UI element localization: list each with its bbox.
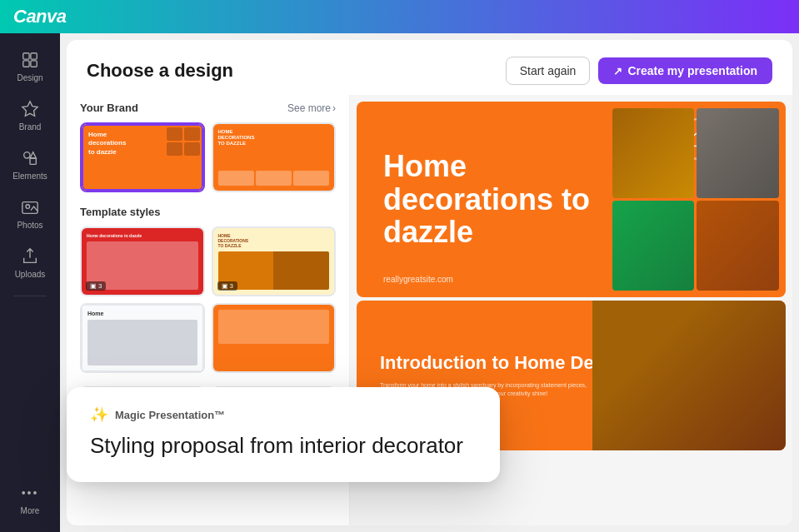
sidebar-item-uploads[interactable]: Uploads xyxy=(5,240,55,286)
template-styles-title: Template styles xyxy=(80,206,161,218)
magic-card-header: ✨ Magic Presentation™ xyxy=(90,405,477,424)
see-more-link[interactable]: See more › xyxy=(287,102,336,114)
svg-rect-0 xyxy=(23,53,29,59)
svg-rect-2 xyxy=(23,61,29,67)
sidebar-item-photos[interactable]: Photos xyxy=(5,191,55,236)
sidebar-item-brand[interactable]: Brand xyxy=(5,92,55,138)
sidebar-label-more: More xyxy=(21,506,40,515)
sidebar-label-elements: Elements xyxy=(12,172,47,181)
template-card-style-1[interactable]: Home decorations to dazzle ▣ 3 xyxy=(80,226,205,296)
sidebar-label-design: Design xyxy=(17,73,42,82)
sidebar: Design Brand Elements Photos xyxy=(0,33,60,532)
preview-sofa-image xyxy=(592,301,786,450)
preview-img-grid xyxy=(606,102,786,297)
sidebar-divider xyxy=(13,296,47,296)
sidebar-label-brand: Brand xyxy=(19,122,42,132)
brand-icon xyxy=(20,99,40,119)
start-again-button[interactable]: Start again xyxy=(506,57,591,85)
preview-site-url: reallygreatsite.com xyxy=(383,275,453,284)
template-styles-header: Template styles xyxy=(80,206,336,218)
slide-count-badge-2: ▣ 3 xyxy=(217,281,237,291)
template-card-brand-2[interactable]: HOMEDECORATIONSTO DAZZLE xyxy=(212,122,337,192)
design-icon xyxy=(20,50,40,70)
sidebar-item-elements[interactable]: Elements xyxy=(5,142,55,187)
svg-rect-3 xyxy=(31,61,37,67)
template-card-style-2[interactable]: HOMEDECORATIONSTO DAZZLE ▣ 3 xyxy=(212,226,337,296)
svg-rect-6 xyxy=(30,158,36,164)
your-brand-title: Your Brand xyxy=(80,102,138,114)
preview-slide-main: Home decorations to dazzle reallygreatsi… xyxy=(357,102,786,297)
svg-rect-1 xyxy=(31,53,37,59)
top-bar: Canva xyxy=(0,0,799,33)
photos-icon xyxy=(20,197,40,217)
panel-title: Choose a design xyxy=(87,60,233,82)
sidebar-item-design[interactable]: Design xyxy=(5,43,55,89)
header-actions: Start again ↗ Create my presentation xyxy=(506,57,772,85)
svg-point-8 xyxy=(26,205,30,209)
external-link-icon: ↗ xyxy=(613,65,622,77)
template-card-brand-1[interactable]: Homedecorationsto dazzle xyxy=(80,122,205,192)
uploads-icon xyxy=(20,246,40,266)
slide-count-badge-1: ▣ 3 xyxy=(86,281,106,291)
your-brand-grid: Homedecorationsto dazzle HOMEDECORATION xyxy=(80,122,336,192)
canva-logo: Canva xyxy=(13,6,67,27)
svg-marker-4 xyxy=(22,102,37,116)
elements-icon xyxy=(20,148,40,168)
magic-text: Styling proposal from interior decorator xyxy=(90,432,477,460)
create-presentation-button[interactable]: ↗ Create my presentation xyxy=(598,57,772,84)
template-card-style-3[interactable]: Home xyxy=(80,303,205,373)
panel-header: Choose a design Start again ↗ Create my … xyxy=(67,40,792,95)
sidebar-label-photos: Photos xyxy=(17,221,42,230)
your-brand-header: Your Brand See more › xyxy=(80,102,336,114)
sidebar-label-uploads: Uploads xyxy=(15,270,46,279)
magic-presentation-card: ✨ Magic Presentation™ Styling proposal f… xyxy=(67,387,500,482)
sidebar-item-more[interactable]: ••• More xyxy=(5,476,55,522)
preview-main-title: Home decorations to dazzle xyxy=(383,150,590,249)
svg-point-5 xyxy=(24,152,30,158)
more-icon: ••• xyxy=(20,483,40,503)
magic-label: Magic Presentation™ xyxy=(115,409,225,421)
magic-wand-icon: ✨ xyxy=(90,405,108,424)
template-card-style-4[interactable] xyxy=(212,303,337,373)
template-styles-grid: Home decorations to dazzle ▣ 3 HOMEDECOR… xyxy=(80,226,336,373)
